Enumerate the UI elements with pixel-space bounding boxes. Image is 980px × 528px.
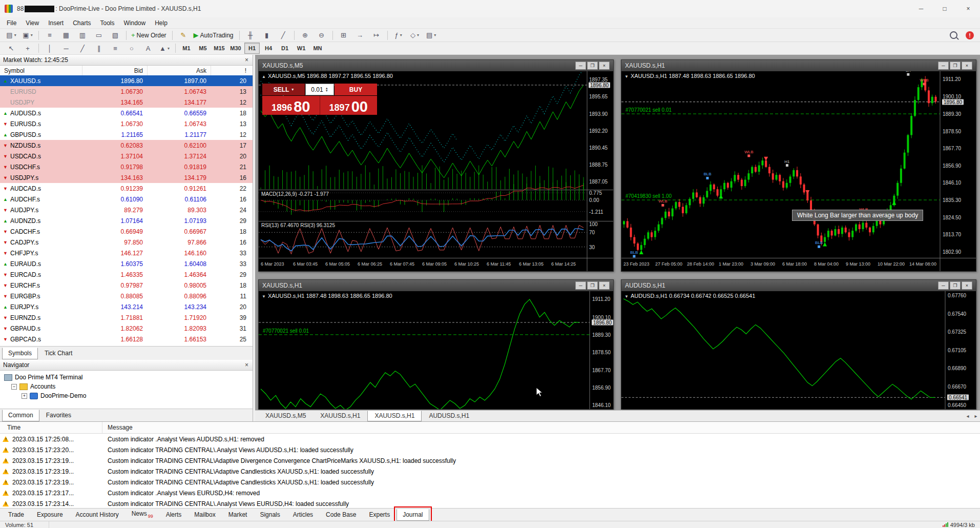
zoom-out-button[interactable]: ⊖ [314,29,330,42]
tab-scroll-right-icon[interactable]: ▸ [972,413,980,419]
tab-favorites[interactable]: Favorites [40,410,77,421]
column-ask[interactable]: Ask [147,66,211,76]
indicators-button[interactable]: ƒ▾ [390,29,407,42]
market-watch-row[interactable]: ▼CADJPY.s97.85097.86616 [0,237,253,248]
timeframe-h1[interactable]: H1 [244,43,260,54]
candlestick-chart-button[interactable]: ▮ [259,29,275,42]
market-watch-row[interactable]: ▲GBPUSD.s1.211651.2117712 [0,129,253,140]
menu-window[interactable]: Window [119,18,151,28]
market-watch-row[interactable]: ▼GBPCAD.s1.661281.6615325 [0,334,253,344]
chart-title-bar[interactable]: XAUUSD.s,H1 ─❐× [621,60,976,71]
window-close-button[interactable]: × [956,0,980,17]
new-chart-button[interactable]: ▤▾ [3,29,19,42]
menu-tools[interactable]: Tools [96,18,119,28]
tab-exposure[interactable]: Exposure [31,509,69,521]
market-watch-row[interactable]: ▼AUDJPY.s89.27989.30324 [0,205,253,215]
navigator-item-account[interactable]: + DooPrime-Demo [0,391,253,400]
market-watch-row[interactable]: ▲AUDNZD.s1.071641.0719329 [0,215,253,226]
journal-row[interactable]: 2023.03.15 17:23:20...Custom indicator T… [0,444,980,455]
timeframe-d1[interactable]: D1 [277,43,293,54]
journal-row[interactable]: 2023.03.15 17:25:08...Custom indicator .… [0,434,980,444]
window-minimize-button[interactable]: ─ [909,0,933,17]
profiles-button[interactable]: ▣▾ [19,29,36,42]
chart-close-button[interactable]: × [599,281,610,290]
market-watch-row[interactable]: ▼USDCHF.s0.917980.9181921 [0,161,253,172]
menu-charts[interactable]: Charts [68,18,95,28]
tab-market[interactable]: Market [222,509,254,521]
volume-input[interactable]: 0.01▲▼ [305,84,334,95]
tab-tick-chart[interactable]: Tick Chart [38,348,78,359]
chart-canvas[interactable]: #70770021 sell 0.011911.201900.101889.30… [259,291,613,409]
cursor-button[interactable]: ↖ [3,42,19,54]
chart-canvas[interactable]: 0.677600.675400.673250.671050.668900.666… [621,291,976,409]
alert-icon[interactable]: ! [966,31,974,39]
navigator-item-accounts[interactable]: − Accounts [0,382,253,391]
tab-account-history[interactable]: Account History [70,509,125,521]
market-watch-header[interactable]: Market Watch: 12:45:25 × [0,55,253,66]
periods-button[interactable]: ◇▾ [407,29,423,42]
line-chart-button[interactable]: ╱ [275,29,291,42]
shapes-button[interactable]: ○ [123,42,140,54]
chart-minimize-button[interactable]: ─ [575,62,586,70]
market-watch-row[interactable]: USDJPY134.165134.17712 [0,97,253,108]
chart-tab-xauusd-s-h1[interactable]: XAUUSD.s,H1 [367,411,422,421]
tab-symbols[interactable]: Symbols [2,348,38,359]
navigator-header[interactable]: Navigator × [0,360,253,371]
market-watch-row[interactable]: ▲EURJPY.s143.214143.23420 [0,301,253,312]
tab-mailbox[interactable]: Mailbox [188,509,221,521]
panel-toggle-icon[interactable]: ▲ [262,74,266,79]
market-watch-row[interactable]: EURUSD1.067301.0674313 [0,86,253,97]
market-watch-row[interactable]: ▼CADCHF.s0.669490.6696718 [0,226,253,237]
chart-close-button[interactable]: × [599,62,610,70]
menu-file[interactable]: File [2,18,21,28]
column-time[interactable]: Time [0,422,102,433]
chart-restore-button[interactable]: ❐ [587,281,598,290]
chart-tab-xauusd-s-m5[interactable]: XAUUSD.s,M5 [258,411,313,421]
templates-button[interactable]: ▤▾ [423,29,440,42]
search-button[interactable] [945,29,962,42]
chart-restore-button[interactable]: ❐ [950,281,961,290]
strategy-tester-button[interactable]: ▧ [107,29,123,42]
terminal-button[interactable]: ▭ [91,29,107,42]
chart-close-button[interactable]: × [962,281,972,290]
tab-journal[interactable]: Journal [397,509,429,521]
column-spread[interactable]: ! [211,66,253,76]
timeframe-m5[interactable]: M5 [195,43,211,54]
autotrading-button[interactable]: ▶AutoTrading [192,29,237,42]
tab-signals[interactable]: Signals [254,509,286,521]
timeframe-m30[interactable]: M30 [228,43,243,54]
market-watch-row[interactable]: ▼EURCAD.s1.463351.4636429 [0,269,253,280]
chart-title-bar[interactable]: XAUUSD.s,M5 ─❐× [259,60,613,71]
journal-row[interactable]: 2023.03.15 17:23:19...Custom indicator T… [0,466,980,477]
horizontal-line-button[interactable]: ─ [58,42,74,54]
market-watch-row[interactable]: ▼USDCAD.s1.371041.3712420 [0,151,253,161]
column-symbol[interactable]: Symbol [0,66,82,76]
column-message[interactable]: Message [102,424,980,431]
bar-chart-button[interactable]: ╫ [242,29,259,42]
chart-canvas[interactable]: BLBWLBBLBWLBH1BLBWLBLXWLB#70770021 sell … [621,71,976,271]
collapse-icon[interactable]: − [11,384,17,390]
tab-experts[interactable]: Experts [363,509,396,521]
timeframe-mn[interactable]: MN [310,43,325,54]
market-watch-button[interactable]: ≡ [41,29,58,42]
timeframe-w1[interactable]: W1 [294,43,309,54]
chart-title-bar[interactable]: AUDUSD.s,H1 ─❐× [621,280,976,291]
tab-alerts[interactable]: Alerts [160,509,188,521]
chart-title-bar[interactable]: XAUUSD.s,H1 ─❐× [259,280,613,291]
market-watch-row[interactable]: ▲EURAUD.s1.603751.6040833 [0,258,253,269]
expand-icon[interactable]: + [22,393,27,399]
tab-common[interactable]: Common [2,410,39,421]
timeframe-m15[interactable]: M15 [212,43,227,54]
journal-row[interactable]: 2023.03.15 17:23:17...Custom indicator .… [0,488,980,498]
channel-button[interactable]: ∥ [91,42,107,54]
auto-scroll-button[interactable]: → [352,29,368,42]
market-watch-row[interactable]: ▼GBPAUD.s1.820621.8209331 [0,323,253,334]
timeframe-m1[interactable]: M1 [179,43,194,54]
journal-row[interactable]: 2023.03.15 17:23:19...Custom indicator T… [0,455,980,466]
tab-news[interactable]: News99 [126,508,159,521]
market-watch-row[interactable]: ▼AUDCAD.s0.912390.9126122 [0,183,253,194]
close-navigator-icon[interactable]: × [244,361,249,369]
market-watch-row[interactable]: ▼USDJPY.s134.163134.17916 [0,172,253,183]
trendline-button[interactable]: ╱ [74,42,91,54]
tab-trade[interactable]: Trade [2,509,30,521]
